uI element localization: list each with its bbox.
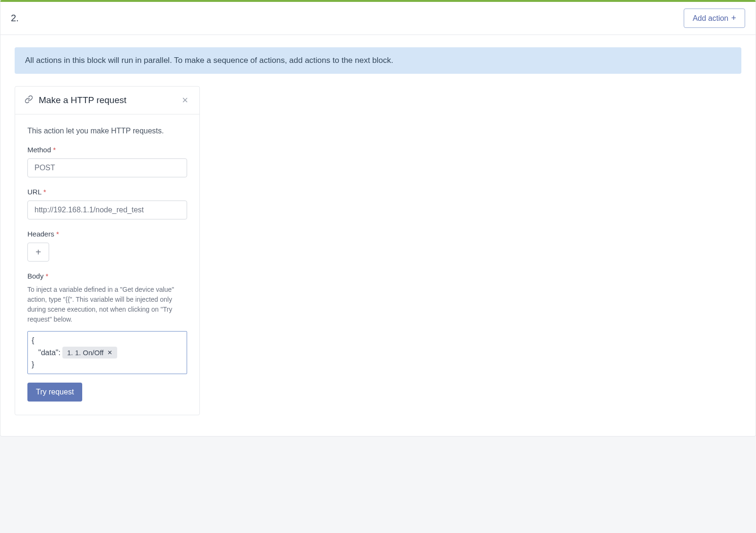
variable-chip[interactable]: 1. 1. On/Off ✕	[62, 347, 117, 358]
body-label: Body *	[27, 272, 187, 280]
variable-chip-label: 1. 1. On/Off	[67, 349, 103, 357]
method-label: Method *	[27, 146, 187, 154]
close-icon[interactable]: ×	[180, 95, 190, 105]
required-marker: *	[45, 272, 48, 280]
action-title: Make a HTTP request	[39, 95, 127, 105]
block-body: All actions in this block will run in pa…	[0, 35, 756, 436]
add-header-button[interactable]: +	[27, 243, 49, 262]
try-request-button[interactable]: Try request	[27, 383, 82, 402]
body-line-close: }	[32, 359, 183, 370]
block-number: 2.	[11, 13, 19, 24]
method-field[interactable]	[27, 158, 187, 177]
url-field[interactable]	[27, 201, 187, 219]
action-card-title-group: Make a HTTP request	[25, 95, 127, 105]
body-key: "data":	[38, 349, 60, 357]
add-action-button[interactable]: Add action +	[684, 9, 745, 28]
action-card-header: Make a HTTP request ×	[15, 87, 199, 114]
plus-icon: +	[731, 13, 736, 23]
body-editor[interactable]: { "data": 1. 1. On/Off ✕ }	[27, 331, 187, 374]
required-marker: *	[53, 146, 56, 154]
add-action-label: Add action	[693, 14, 729, 23]
action-block: 2. Add action + All actions in this bloc…	[0, 0, 756, 437]
headers-label: Headers *	[27, 230, 187, 238]
block-header: 2. Add action +	[0, 2, 756, 35]
info-banner: All actions in this block will run in pa…	[15, 47, 741, 74]
required-marker: *	[56, 230, 59, 238]
body-line-data: "data": 1. 1. On/Off ✕	[32, 346, 183, 359]
chip-remove-icon[interactable]: ✕	[107, 349, 112, 356]
required-marker: *	[43, 188, 46, 196]
action-card: Make a HTTP request × This action let yo…	[15, 86, 200, 415]
url-label: URL *	[27, 188, 187, 196]
action-card-body: This action let you make HTTP requests. …	[15, 114, 199, 415]
link-icon	[25, 95, 33, 105]
body-help-text: To inject a variable defined in a "Get d…	[27, 285, 187, 324]
body-line-open: {	[32, 335, 183, 346]
action-description: This action let you make HTTP requests.	[27, 127, 187, 135]
